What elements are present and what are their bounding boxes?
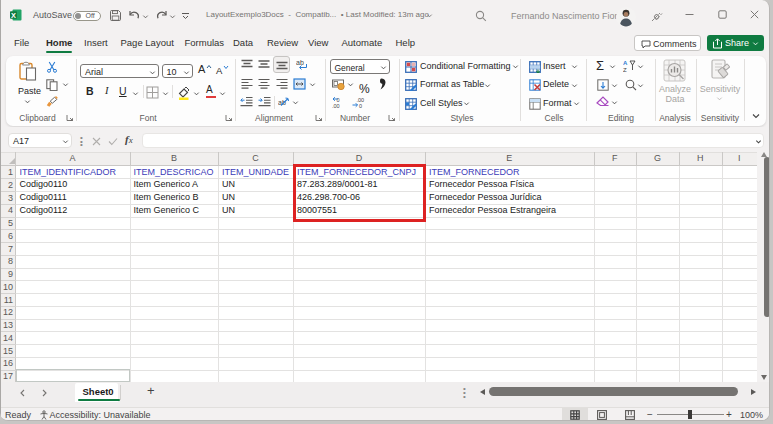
svg-text:0: 0 xyxy=(359,103,362,109)
svg-text:Z: Z xyxy=(623,67,627,73)
svg-text:A: A xyxy=(623,60,628,66)
svg-text:.00: .00 xyxy=(332,103,340,109)
svg-text:ab: ab xyxy=(296,59,304,66)
svg-text:X: X xyxy=(11,11,16,20)
